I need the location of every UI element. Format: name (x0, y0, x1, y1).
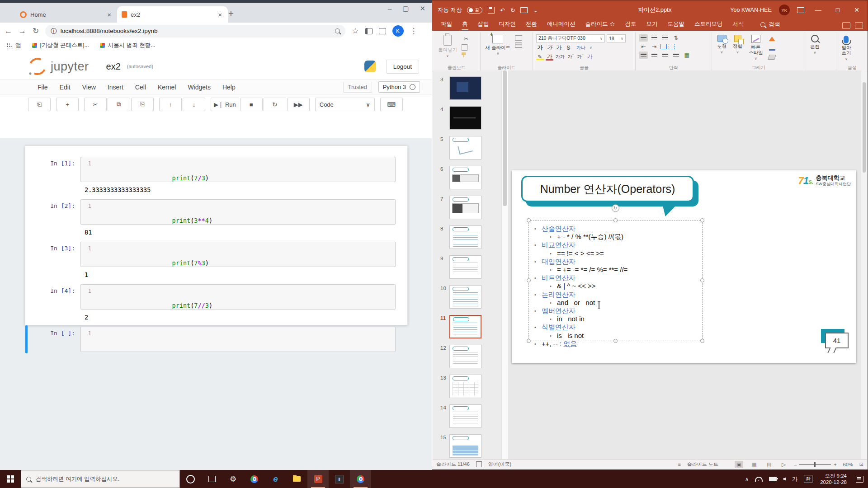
strikethrough-button[interactable]: S (565, 45, 572, 51)
move-down-button[interactable]: ↓ (183, 98, 205, 111)
slide-thumbnail[interactable]: 5 (433, 136, 501, 160)
cell-input[interactable]: 1 print(3**4) (80, 199, 396, 225)
notebook-cell[interactable]: In [2]: 1 print(3**4) 81 (25, 199, 407, 236)
slide-title-callout[interactable]: Number 연산자(Operators) (521, 176, 694, 202)
operator-bullet-list[interactable]: • 산술연산자 • + - * / % **(누승) //(몫) (529, 221, 702, 348)
slide-preview[interactable] (449, 375, 481, 398)
autosave-toggle[interactable]: 끔 (467, 7, 482, 14)
copy-icon[interactable] (462, 44, 467, 51)
ribbon-tab[interactable]: 홈 (457, 19, 473, 31)
zoom-slider[interactable]: – + (794, 462, 837, 467)
slide-thumbnail[interactable]: 13 (433, 375, 501, 399)
notebook-cell[interactable]: In [1]: 1 print(7/3) 2.3333333333333335 (25, 157, 407, 193)
slide-thumbnail[interactable]: 15 (433, 434, 501, 458)
ribbon-tab[interactable]: 보기 (641, 19, 662, 31)
side-panel-icon[interactable] (365, 28, 373, 34)
code-line[interactable]: print(3**4) (94, 200, 212, 224)
columns-button[interactable] (660, 44, 667, 49)
numbering-button[interactable] (650, 34, 659, 42)
reset-icon[interactable] (515, 42, 522, 48)
text-box-button[interactable] (669, 44, 675, 49)
slide-sorter-button[interactable]: ▦ (750, 461, 758, 468)
thumbnails-scrollbar[interactable] (501, 70, 508, 460)
highlight-color-button[interactable]: ✎ (536, 54, 544, 60)
zoom-icon[interactable] (335, 28, 340, 33)
notebook-cell[interactable]: In [3]: 1 print(7%3) 1 (25, 242, 407, 278)
code-line[interactable]: print(7/3) (94, 157, 209, 182)
ribbon-tab[interactable]: 전환 (521, 19, 542, 31)
shape-effects-icon[interactable] (768, 53, 777, 61)
close-button[interactable]: ✕ (850, 6, 863, 14)
zoom-in-button[interactable]: + (834, 462, 836, 467)
decrease-indent-button[interactable]: ⇤ (639, 43, 648, 50)
cut-cell-button[interactable]: ✂ (84, 98, 107, 111)
slide-thumbnail[interactable]: 3 (433, 76, 501, 100)
bullets-button[interactable] (639, 34, 648, 42)
cut-icon[interactable]: ✂ (462, 35, 471, 42)
taskbar-icon[interactable] (350, 470, 371, 488)
slide-preview[interactable] (449, 404, 481, 428)
user-avatar[interactable]: YK (779, 5, 790, 15)
resize-handle[interactable] (700, 278, 704, 282)
taskbar-icon[interactable]: ▮ (329, 470, 350, 488)
code-line[interactable]: print(7%3) (94, 242, 209, 267)
taskbar-search[interactable]: 검색하려면 여기에 입력하십시오. (21, 470, 180, 488)
cell-input[interactable]: 1 print(7/3) (80, 157, 396, 182)
italic-button[interactable]: 가 (546, 44, 553, 52)
char-spacing-button[interactable]: 가나 (574, 45, 588, 51)
arrange-button[interactable]: 정렬∨ (731, 33, 744, 64)
cell-input[interactable]: 1 print(7//3) (80, 284, 396, 310)
add-cell-button[interactable]: + (56, 98, 79, 111)
browser-tab[interactable]: ex2 × (117, 6, 228, 23)
ribbon-tab[interactable]: 스토리보딩 (689, 19, 728, 31)
ribbon-tab[interactable]: 검토 (620, 19, 641, 31)
slide-preview[interactable] (449, 196, 481, 219)
save-button[interactable]: ⎗ (28, 98, 51, 111)
action-center-icon[interactable] (856, 476, 863, 483)
run-all-button[interactable]: ▶▶ (287, 98, 310, 111)
zoom-out-button[interactable]: – (794, 462, 797, 467)
cell-input[interactable]: 1 (80, 327, 396, 352)
fit-to-window-icon[interactable]: ⊡ (859, 461, 863, 467)
new-slide-button[interactable]: 새 슬라이드∨ (484, 33, 512, 64)
slide-thumbnail[interactable]: 7 (433, 196, 501, 220)
menu-item[interactable]: Edit (54, 84, 76, 91)
chrome-menu-icon[interactable]: ⋮ (410, 26, 418, 36)
slide-preview[interactable] (449, 76, 481, 100)
zoom-level[interactable]: 60% (843, 462, 853, 467)
minimize-button[interactable]: – (388, 5, 392, 13)
run-button[interactable]: ▶❘ Run (211, 98, 239, 111)
font-name-select[interactable]: 210 옴니고딕OTF 030∨ (536, 34, 605, 42)
change-case-button[interactable]: 가가 (555, 54, 565, 60)
restart-kernel-button[interactable]: ↻ (264, 98, 286, 111)
copy-cell-button[interactable]: ⧉ (108, 98, 130, 111)
code-line[interactable] (94, 327, 179, 352)
bold-button[interactable]: 가 (536, 44, 544, 52)
slide-area-scrollbar[interactable] (861, 70, 867, 460)
ribbon-tab[interactable]: 슬라이드 쇼 (580, 19, 620, 31)
slide-preview[interactable] (449, 434, 481, 458)
notebook-title[interactable]: ex2 (106, 61, 121, 72)
slide-preview[interactable] (449, 285, 481, 309)
wifi-icon[interactable] (752, 477, 766, 482)
slide-counter[interactable]: 슬라이드 11/46 (436, 461, 470, 468)
taskbar-icon[interactable] (286, 470, 307, 488)
bookmark-item[interactable]: [기상청 콘테스트]... (32, 42, 89, 49)
share-icon[interactable] (842, 22, 850, 29)
increase-indent-button[interactable]: ⇥ (650, 43, 659, 50)
zoom-knob[interactable] (814, 462, 816, 467)
ribbon-tab[interactable]: 삽입 (473, 19, 494, 31)
slide-thumbnail[interactable]: 8 (433, 225, 501, 249)
new-tab-button[interactable]: + (228, 9, 234, 19)
resize-handle[interactable] (527, 218, 531, 222)
jupyter-logo-text[interactable]: jupyter (51, 60, 89, 74)
justify-button[interactable] (671, 52, 680, 59)
comments-icon[interactable] (855, 22, 863, 29)
maximize-button[interactable]: □ (832, 6, 843, 14)
resize-handle[interactable] (613, 339, 618, 343)
ribbon-display-icon[interactable] (797, 7, 804, 13)
menu-item[interactable]: View (76, 84, 102, 91)
proofing-icon[interactable] (476, 461, 482, 467)
apps-shortcut[interactable]: 앱 (6, 42, 21, 49)
taskbar-icon[interactable] (244, 470, 265, 488)
